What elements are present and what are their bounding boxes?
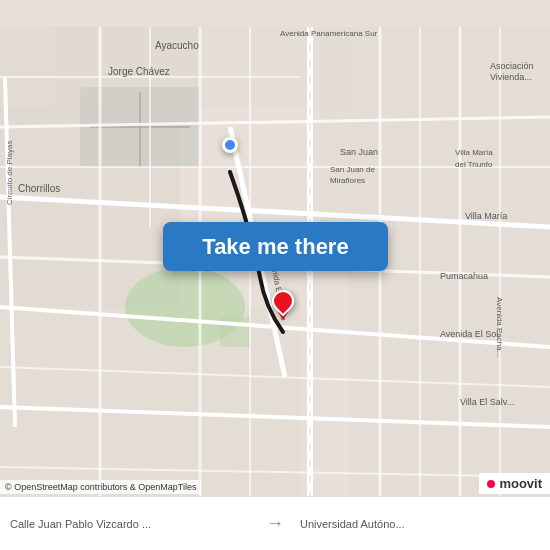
moovit-logo-text: moovit [499,476,542,491]
svg-text:Villa El Salv...: Villa El Salv... [460,397,514,407]
svg-rect-6 [0,307,300,527]
bottom-navigation-bar: Calle Juan Pablo Vizcardo ... → Universi… [0,496,550,550]
svg-text:Avenida El Sol: Avenida El Sol [440,329,498,339]
svg-rect-0 [0,27,550,523]
map-container: Ayacucho Jorge Chávez Circuito de Playas… [0,0,550,550]
svg-rect-8 [220,317,250,347]
take-me-there-button[interactable]: Take me there [163,222,388,271]
destination-marker [272,290,294,320]
to-label: Universidad Autóno... [300,518,540,530]
svg-point-7 [125,267,245,347]
svg-text:Villa María: Villa María [455,148,493,157]
svg-rect-3 [50,27,350,107]
svg-text:Asociación: Asociación [490,61,534,71]
to-section: Universidad Autóno... [292,518,540,530]
svg-text:Ayacucho: Ayacucho [155,40,199,51]
svg-text:Avenida Panamericana Sur: Avenida Panamericana Sur [280,29,378,38]
moovit-logo: moovit [479,473,550,494]
svg-text:Jorge Chávez: Jorge Chávez [108,66,170,77]
svg-text:del Triunfo: del Triunfo [455,160,493,169]
svg-text:Vivienda...: Vivienda... [490,72,532,82]
svg-line-27 [0,467,550,477]
svg-text:San Juan de: San Juan de [330,165,375,174]
moovit-logo-dot [487,480,495,488]
svg-text:Chorrillos: Chorrillos [18,183,60,194]
from-label: Calle Juan Pablo Vizcardo ... [10,518,250,530]
from-section: Calle Juan Pablo Vizcardo ... [10,518,258,530]
svg-text:Miraflores: Miraflores [330,176,365,185]
svg-line-18 [0,117,550,127]
svg-line-26 [0,367,550,387]
svg-text:Avenida Pacha...: Avenida Pacha... [495,297,504,357]
svg-text:Villa María: Villa María [465,211,507,221]
svg-line-16 [0,407,550,427]
map-attribution: © OpenStreetMap contributors & OpenMapTi… [0,480,201,494]
svg-rect-2 [0,107,180,307]
svg-rect-4 [320,27,550,227]
svg-text:San Juan: San Juan [340,147,378,157]
svg-rect-1 [0,27,200,127]
svg-text:Circuito de Playas: Circuito de Playas [5,141,14,205]
origin-marker [222,137,238,153]
svg-text:Pumacahua: Pumacahua [440,271,488,281]
svg-rect-9 [80,87,200,167]
arrow-icon: → [258,513,292,534]
